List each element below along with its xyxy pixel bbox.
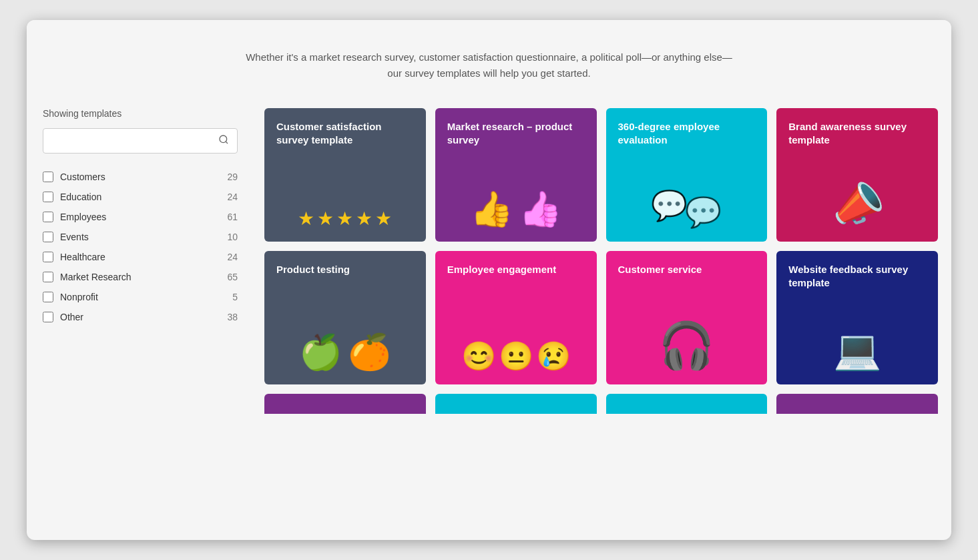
search-box[interactable] — [43, 128, 238, 154]
filter-checkbox[interactable] — [43, 192, 53, 202]
filter-count: 61 — [227, 212, 238, 222]
star-rating: ★ ★ ★ ★ ★ — [298, 208, 392, 230]
page-header: Whether it's a market research survey, c… — [27, 20, 951, 95]
template-card-customer-satisfaction[interactable]: Customer satisfaction survey template ★ … — [264, 108, 426, 242]
filter-label: Employees — [60, 212, 227, 222]
filter-label: Other — [60, 312, 227, 322]
template-card-website-feedback[interactable]: Website feedback survey template 💻 — [776, 251, 938, 384]
filter-item-education[interactable]: Education 24 — [43, 187, 238, 207]
app-window: Whether it's a market research survey, c… — [27, 20, 951, 540]
filter-item-nonprofit[interactable]: Nonprofit 5 — [43, 287, 238, 307]
card-title: Employee engagement — [447, 263, 585, 276]
card-image: 💬 💬 — [618, 152, 756, 230]
template-grid: Customer satisfaction survey template ★ … — [264, 108, 938, 384]
filter-checkbox[interactable] — [43, 252, 53, 262]
template-card-employee-evaluation[interactable]: 360-degree employee evaluation 💬 💬 — [606, 108, 768, 242]
card-title: 360-degree employee evaluation — [618, 120, 756, 146]
chat-icon: 💬 💬 — [651, 188, 722, 230]
laptop-icon: 💻 — [833, 327, 881, 372]
fruits-icon: 🍏 🍊 — [299, 332, 391, 372]
filter-item-other[interactable]: Other 38 — [43, 307, 238, 327]
card-image: 🎧 — [618, 282, 756, 373]
filter-checkbox[interactable] — [43, 212, 53, 222]
filter-checkbox[interactable] — [43, 312, 53, 322]
filter-label: Market Research — [60, 272, 227, 282]
svg-line-1 — [226, 142, 228, 144]
filter-checkbox[interactable] — [43, 272, 53, 282]
filter-item-events[interactable]: Events 10 — [43, 227, 238, 247]
filter-label: Education — [60, 192, 227, 202]
card-image: 😊 😐 😢 — [447, 282, 585, 373]
card-image: 📣 — [788, 152, 926, 230]
headset-icon: 🎧 — [658, 319, 715, 372]
sidebar: Showing templates Customers 29 Education — [27, 95, 254, 340]
main-area: Showing templates Customers 29 Education — [27, 95, 951, 540]
bottom-card-1[interactable] — [435, 394, 597, 414]
filter-item-market-research[interactable]: Market Research 65 — [43, 267, 238, 287]
filter-label: Events — [60, 232, 227, 242]
filter-label: Healthcare — [60, 252, 227, 262]
megaphone-icon: 📣 — [825, 174, 890, 236]
template-card-product-testing[interactable]: Product testing 🍏 🍊 — [264, 251, 426, 384]
search-icon — [218, 134, 229, 148]
filter-item-customers[interactable]: Customers 29 — [43, 167, 238, 187]
filter-item-healthcare[interactable]: Healthcare 24 — [43, 247, 238, 267]
filter-count: 38 — [227, 312, 238, 322]
card-image: ★ ★ ★ ★ ★ — [276, 152, 414, 230]
content-area[interactable]: Customer satisfaction survey template ★ … — [254, 95, 951, 540]
filter-item-employees[interactable]: Employees 61 — [43, 207, 238, 227]
filter-checkbox[interactable] — [43, 172, 53, 182]
faces-icon: 😊 😐 😢 — [461, 340, 571, 372]
svg-point-0 — [220, 135, 227, 143]
card-title: Website feedback survey template — [788, 263, 926, 289]
filter-count: 5 — [232, 292, 238, 302]
card-title: Customer satisfaction survey template — [276, 120, 414, 146]
card-image: 🍏 🍊 — [276, 282, 414, 373]
template-card-market-research[interactable]: Market research – product survey 👍 👍 — [435, 108, 597, 242]
filter-label: Customers — [60, 172, 227, 182]
template-card-brand-awareness[interactable]: Brand awareness survey template 📣 — [776, 108, 938, 242]
showing-count-label: Showing templates — [43, 108, 238, 119]
filter-list: Customers 29 Education 24 Employees 61 E… — [43, 167, 238, 327]
filter-count: 24 — [227, 192, 238, 202]
bottom-card-0[interactable] — [264, 394, 426, 414]
template-card-employee-engagement[interactable]: Employee engagement 😊 😐 😢 — [435, 251, 597, 384]
filter-checkbox[interactable] — [43, 232, 53, 242]
template-card-customer-service[interactable]: Customer service 🎧 — [606, 251, 768, 384]
bottom-grid — [264, 394, 938, 414]
thumbs-icon: 👍 👍 — [470, 189, 562, 230]
page-subtitle: Whether it's a market research survey, c… — [40, 49, 938, 81]
card-title: Product testing — [276, 263, 414, 276]
filter-label: Nonprofit — [60, 292, 232, 302]
filter-count: 29 — [227, 172, 238, 182]
card-title: Brand awareness survey template — [788, 120, 926, 146]
card-image: 👍 👍 — [447, 152, 585, 230]
filter-count: 10 — [227, 232, 238, 242]
card-title: Customer service — [618, 263, 756, 276]
filter-checkbox[interactable] — [43, 292, 53, 302]
filter-count: 24 — [227, 252, 238, 262]
card-title: Market research – product survey — [447, 120, 585, 146]
bottom-card-2[interactable] — [606, 394, 768, 414]
filter-count: 65 — [227, 272, 238, 282]
sidebar-wrapper[interactable]: Showing templates Customers 29 Education — [27, 95, 254, 540]
bottom-card-3[interactable] — [776, 394, 938, 414]
search-input[interactable] — [51, 135, 218, 146]
card-image: 💻 — [788, 294, 926, 372]
